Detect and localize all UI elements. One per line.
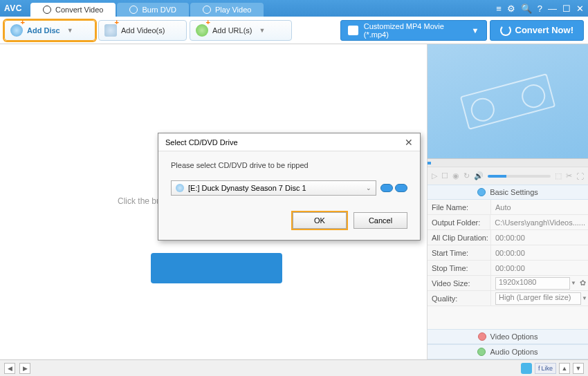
bluray-icon[interactable] [395, 184, 407, 192]
dialog-message: Please select CD/DVD drive to be ripped [171, 161, 407, 169]
dvd-icon[interactable] [380, 184, 393, 192]
select-drive-dialog: Select CD/DVD Drive ✕ Please select CD/D… [158, 133, 421, 241]
disc-icon [176, 184, 184, 192]
ok-button[interactable]: OK [293, 212, 347, 229]
drive-select[interactable]: [E:] Duck Dynasty Season 7 Disc 1 ⌄ [171, 180, 376, 196]
chevron-down-icon: ⌄ [366, 185, 371, 191]
dialog-backdrop: Select CD/DVD Drive ✕ Please select CD/D… [0, 0, 588, 376]
dialog-title-text: Select CD/DVD Drive [165, 138, 238, 147]
drive-label: [E:] Duck Dynasty Season 7 Disc 1 [188, 184, 306, 192]
dialog-titlebar: Select CD/DVD Drive ✕ [158, 133, 420, 151]
drive-type-icons [380, 184, 407, 192]
dialog-close-button[interactable]: ✕ [405, 137, 413, 148]
cancel-button[interactable]: Cancel [353, 212, 407, 229]
